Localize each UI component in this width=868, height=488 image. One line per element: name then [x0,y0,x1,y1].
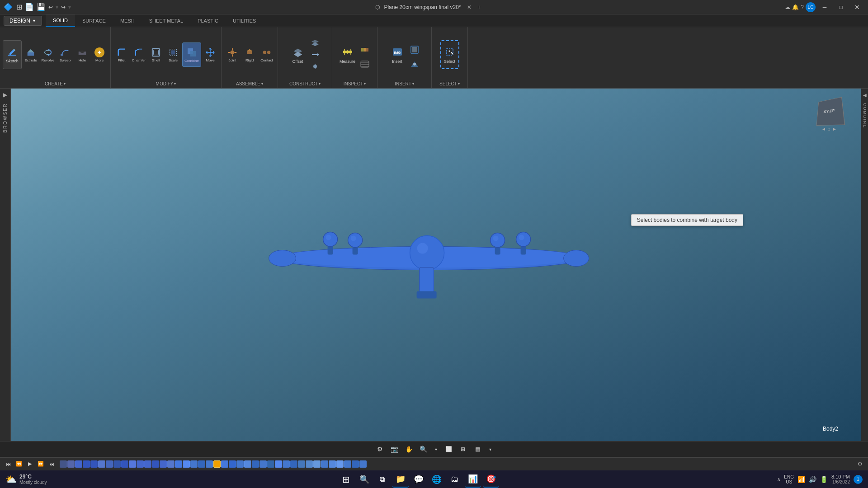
timeline-item[interactable] [344,460,351,468]
fillet-button[interactable]: Fillet [113,42,130,67]
timeline-play-button[interactable]: ▶ [25,460,34,469]
visual-style-button[interactable]: ▦ [471,443,484,455]
files-taskbar-button[interactable]: 🗂 [447,471,463,488]
clock-display[interactable]: 8:10 PM 1/6/2022 [831,474,850,484]
contact-button[interactable]: Contact [259,42,275,67]
grid-button[interactable]: ⊞ [457,443,469,455]
timeline-item[interactable] [190,460,198,468]
undo-button[interactable]: ↩ [48,4,53,10]
hole-button[interactable]: Hole [74,42,90,67]
notification-icon[interactable]: 🔔 [792,4,799,10]
camera-position-button[interactable]: 📷 [388,443,401,455]
volume-icon[interactable]: 🔊 [809,476,816,483]
timeline-first-button[interactable]: ⏮ [4,460,13,469]
timeline-item[interactable] [167,460,175,468]
timeline-item[interactable] [236,460,244,468]
axis-button[interactable] [308,49,322,60]
timeline-last-button[interactable]: ⏭ [47,460,56,469]
sweep-button[interactable]: Sweep [57,42,73,67]
timeline-item[interactable] [352,460,359,468]
powerpoint-taskbar-button[interactable]: 📊 [465,471,481,488]
save-button[interactable]: 💾 [37,3,46,11]
orbit-button[interactable]: ⚙ [373,443,386,455]
timeline-item[interactable] [275,460,282,468]
close-button[interactable]: ✕ [850,4,864,11]
timeline-item[interactable] [144,460,151,468]
tab-sheet-metal[interactable]: SHEET METAL [142,14,190,27]
timeline-next-button[interactable]: ⏩ [36,460,45,469]
insert-group-label[interactable]: INSERT▾ [395,81,414,86]
midplane-button[interactable] [308,38,322,48]
timeline-item[interactable] [198,460,205,468]
timeline-item[interactable] [298,460,305,468]
tab-surface[interactable]: SURFACE [75,14,113,27]
combine-button[interactable]: Combine [182,42,201,67]
tray-expand-button[interactable]: ∧ [777,477,780,482]
timeline-item[interactable] [98,460,105,468]
zoom-button[interactable]: 🔍 [417,443,429,455]
timeline-item[interactable] [359,460,367,468]
joint-button[interactable]: Joint [224,42,241,67]
timeline-item[interactable] [83,460,90,468]
timeline-item[interactable] [137,460,144,468]
rigid-button[interactable]: Rigid [241,42,258,67]
zoom-dropdown[interactable]: ▾ [431,443,440,455]
notification-badge[interactable]: 1 [854,475,863,484]
timeline-item[interactable] [175,460,182,468]
decal-button[interactable] [408,60,421,69]
display-dropdown[interactable]: ▾ [486,443,495,455]
assemble-group-label[interactable]: ASSEMBLE▾ [236,81,263,86]
timeline-item[interactable] [306,460,313,468]
tab-utilities[interactable]: UTILITIES [226,14,263,27]
timeline-item[interactable] [90,460,98,468]
timeline-item[interactable] [121,460,128,468]
battery-icon[interactable]: 🔋 [820,476,828,483]
timeline-item[interactable] [313,460,321,468]
timeline-item[interactable] [152,460,159,468]
timeline-item[interactable] [252,460,259,468]
help-icon[interactable]: ? [801,4,804,10]
wifi-icon[interactable]: 📶 [797,476,805,483]
start-button[interactable]: ⊞ [338,471,354,488]
maximize-button[interactable]: □ [834,4,848,10]
chamfer-button[interactable]: Chamfer [131,42,147,67]
create-more-button[interactable]: ✦ More [91,42,108,67]
browser-expand-arrow[interactable]: ▶ [1,90,10,99]
timeline-item[interactable] [206,460,213,468]
create-sketch-button[interactable]: Sketch [3,40,22,69]
timeline-item[interactable] [290,460,297,468]
interference-button[interactable] [358,41,372,59]
inspect-group-label[interactable]: INSPECT▾ [344,81,366,86]
canvas-button[interactable] [408,41,421,59]
insert-svg-button[interactable]: IMG Insert [388,40,407,69]
timeline-item[interactable] [229,460,236,468]
new-file-button[interactable]: 📄 [25,3,34,11]
timeline-item[interactable] [113,460,121,468]
new-tab-button[interactable]: + [477,4,481,10]
timeline-item[interactable] [106,460,113,468]
create-group-label[interactable]: CREATE▾ [45,81,66,86]
point-button[interactable] [308,61,322,72]
offset-plane-button[interactable]: Offset [288,40,307,69]
close-file-icon[interactable]: ✕ [467,4,472,10]
tab-solid[interactable]: SOLID [46,14,75,27]
modify-group-label[interactable]: MODIFY▾ [156,81,176,86]
search-button[interactable]: 🔍 [356,471,373,488]
timeline-item[interactable] [244,460,251,468]
timeline-item[interactable] [60,460,67,468]
timeline-item[interactable] [321,460,328,468]
timeline-prev-button[interactable]: ⏪ [14,460,24,469]
select-filter-button[interactable]: Select [440,40,459,69]
timeline-item[interactable] [160,460,167,468]
user-avatar[interactable]: LC [806,2,816,12]
combine-collapse-arrow[interactable]: ◀ [861,90,868,99]
zebra-button[interactable] [358,60,372,69]
timeline-item[interactable] [267,460,274,468]
tab-plastic[interactable]: PLASTIC [190,14,226,27]
timeline-item[interactable] [75,460,82,468]
timeline-item[interactable] [221,460,228,468]
timeline-item[interactable] [183,460,190,468]
scale-button[interactable]: Scale [165,42,181,67]
select-group-label[interactable]: SELECT▾ [439,81,460,86]
extrude-button[interactable]: Extrude [23,42,39,67]
